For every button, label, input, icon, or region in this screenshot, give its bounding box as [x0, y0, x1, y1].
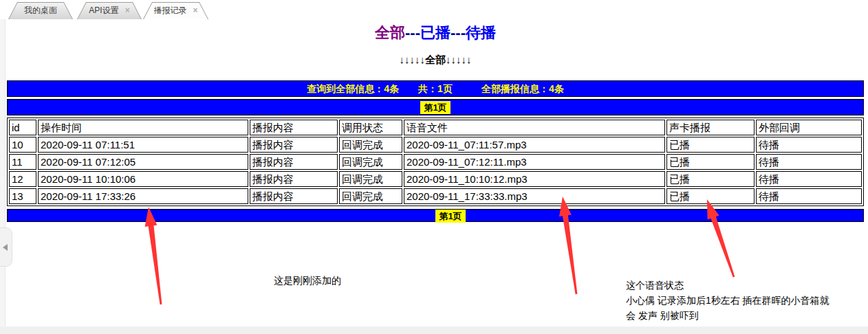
cell-id: 12 — [9, 171, 36, 187]
cell-call-status: 回调完成 — [339, 137, 402, 153]
collapsed-side-panel — [0, 19, 6, 334]
table-row: 10 2020-09-11 07:11:51 播报内容 回调完成 2020-09… — [9, 137, 862, 153]
app-window: 我的桌面 API设置× 播报记录× 全部---已播---待播 ↓↓↓↓↓全部↓↓… — [0, 0, 868, 334]
column-header: 语音文件 — [404, 120, 665, 135]
tab-label: 我的桌面 — [24, 5, 57, 15]
cell-content: 播报内容 — [250, 171, 338, 187]
cell-id: 11 — [9, 154, 36, 170]
filter-link-all[interactable]: 全部 — [375, 24, 405, 41]
cell-content: 播报内容 — [250, 137, 338, 153]
cell-op-time: 2020-09-11 10:10:06 — [38, 171, 248, 187]
cell-op-time: 2020-09-11 07:11:51 — [38, 137, 248, 153]
cell-audio-file: 2020-09-11_10:10:12.mp3 — [404, 171, 665, 187]
cell-content: 播报内容 — [250, 188, 338, 204]
tab-my-desktop[interactable]: 我的桌面 — [8, 2, 73, 19]
cell-audio-file: 2020-09-11_07:12:11.mp3 — [404, 154, 665, 170]
filter-link-pending[interactable]: 待播 — [466, 24, 496, 41]
cell-soundcard: 已播 — [666, 154, 755, 170]
cell-op-time: 2020-09-11 07:12:05 — [38, 154, 248, 170]
tab-close-icon[interactable]: × — [193, 2, 197, 19]
pager-bar-bottom: 第1页 — [7, 209, 864, 222]
table-header-row: id 操作时间 播报内容 调用状态 语音文件 声卡播报 外部回调 — [9, 120, 862, 135]
horizontal-scrollbar-track[interactable] — [0, 326, 868, 334]
column-header: 播报内容 — [250, 120, 338, 135]
cell-op-time: 2020-09-11 17:33:26 — [38, 188, 248, 204]
cell-callback: 待播 — [756, 171, 862, 187]
cell-callback: 待播 — [756, 188, 862, 204]
filter-link-played[interactable]: 已播 — [420, 24, 451, 41]
page-title: 全部---已播---待播 — [7, 23, 864, 43]
cell-audio-file: 2020-09-11_07:11:57.mp3 — [404, 137, 665, 153]
annotation-right-line: 小心偶 记录添加后1秒左右 插在群晖的小音箱就 — [626, 293, 829, 308]
cell-soundcard: 已播 — [666, 137, 755, 153]
tab-label: 播报记录 — [153, 5, 186, 15]
panel-collapse-handle[interactable] — [0, 227, 12, 267]
collapse-left-icon — [3, 244, 8, 251]
cell-content: 播报内容 — [250, 154, 338, 170]
table-row: 12 2020-09-11 10:10:06 播报内容 回调完成 2020-09… — [9, 171, 862, 187]
table-row: 13 2020-09-11 17:33:26 播报内容 回调完成 2020-09… — [9, 188, 862, 204]
tab-close-icon[interactable]: × — [125, 2, 130, 19]
query-info-text: 查询到全部信息：4条 共：1页 全部播报信息：4条 — [307, 83, 563, 94]
pager-bar-top: 第1页 — [7, 99, 864, 115]
annotation-right-line: 这个语音状态 — [626, 278, 829, 293]
cell-callback: 待播 — [756, 137, 862, 153]
records-table: id 操作时间 播报内容 调用状态 语音文件 声卡播报 外部回调 10 2020… — [7, 118, 864, 206]
query-info-bar: 查询到全部信息：4条 共：1页 全部播报信息：4条 — [7, 80, 864, 97]
tab-label: API设置 — [89, 5, 118, 15]
cell-id: 13 — [9, 188, 36, 204]
page-number-badge[interactable]: 第1页 — [435, 210, 465, 223]
column-header: 声卡播报 — [666, 120, 755, 135]
cell-call-status: 回调完成 — [339, 188, 402, 204]
tab-broadcast-records[interactable]: 播报记录× — [143, 2, 208, 19]
column-header: 操作时间 — [38, 120, 248, 135]
annotation-right-line: 会 发声 别被吓到 — [626, 308, 829, 323]
current-filter-indicator: ↓↓↓↓↓全部↓↓↓↓↓ — [7, 54, 864, 66]
column-header: 调用状态 — [339, 120, 402, 135]
annotation-right: 这个语音状态 小心偶 记录添加后1秒左右 插在群晖的小音箱就 会 发声 别被吓到 — [626, 278, 829, 323]
title-separator: --- — [405, 24, 420, 41]
column-header: 外部回调 — [756, 120, 862, 135]
page-number-badge[interactable]: 第1页 — [420, 101, 450, 114]
cell-soundcard: 已播 — [666, 188, 755, 204]
tab-api-settings[interactable]: API设置× — [77, 2, 142, 19]
cell-call-status: 回调完成 — [339, 154, 402, 170]
cell-soundcard: 已播 — [666, 171, 755, 187]
main-content: 全部---已播---待播 ↓↓↓↓↓全部↓↓↓↓↓ 查询到全部信息：4条 共：1… — [7, 19, 864, 222]
table-row: 11 2020-09-11 07:12:05 播报内容 回调完成 2020-09… — [9, 154, 862, 170]
title-separator: --- — [451, 24, 466, 41]
cell-call-status: 回调完成 — [339, 171, 402, 187]
column-header: id — [9, 120, 36, 135]
cell-audio-file: 2020-09-11_17:33:33.mp3 — [404, 188, 665, 204]
tab-bar: 我的桌面 API设置× 播报记录× — [0, 0, 868, 19]
cell-id: 10 — [9, 137, 36, 153]
annotation-left: 这是刚刚添加的 — [274, 274, 341, 287]
cell-callback: 待播 — [756, 154, 862, 170]
